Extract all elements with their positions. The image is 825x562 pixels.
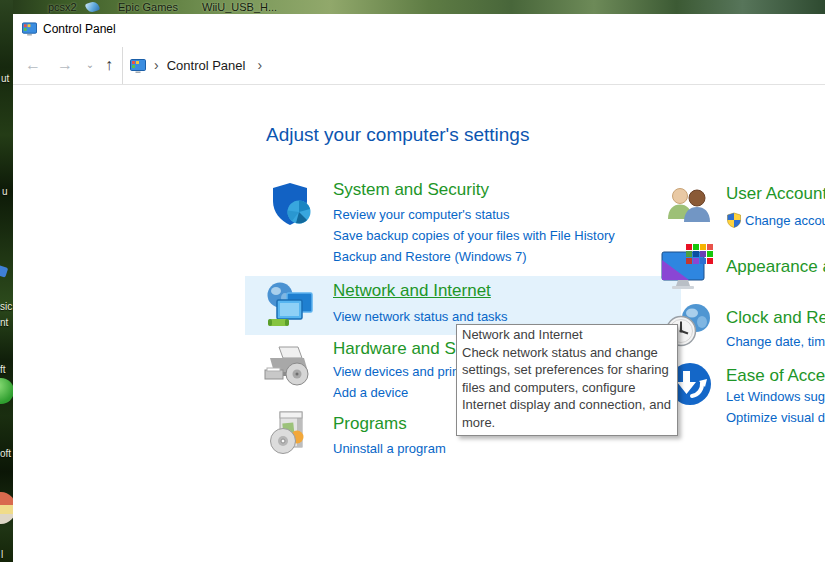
desktop-text-fragment: u [2, 186, 8, 197]
user-accounts-icon[interactable] [664, 183, 716, 233]
tooltip-title: Network and Internet [462, 327, 583, 342]
desktop-icon-fragment [0, 378, 13, 404]
printer-icon[interactable] [262, 345, 314, 393]
security-shield-icon[interactable] [266, 180, 314, 228]
category-system-and-security[interactable]: System and Security [333, 180, 489, 200]
control-panel-window: Control Panel ← → ⌄ ↑ › Control Panel › … [13, 14, 825, 562]
desktop-wallpaper-top-strip: ll~ pcsx2 Epic Games WiiU_USB_H... [0, 0, 825, 14]
uac-shield-icon [726, 212, 742, 228]
desktop-icon-label-epic-games[interactable]: Epic Games [118, 1, 178, 13]
link-add-a-device[interactable]: Add a device [333, 385, 408, 400]
network-and-internet-tooltip: Network and Internet Check network statu… [456, 324, 678, 436]
display-personalization-icon[interactable] [661, 244, 719, 298]
link-file-history-backup[interactable]: Save backup copies of your files with Fi… [333, 228, 615, 243]
desktop-icon-label-pcsx2[interactable]: pcsx2 [48, 1, 77, 13]
link-let-windows-suggest[interactable]: Let Windows suggest settings [726, 389, 825, 404]
desktop-wallpaper-left-strip: ut u sic nt ft oft l [0, 0, 13, 562]
link-view-network-status[interactable]: View network status and tasks [333, 309, 508, 324]
network-globe-monitors-icon[interactable] [265, 281, 315, 329]
desktop-text-fragment: nt [0, 317, 8, 328]
category-clock-and-region[interactable]: Clock and Region [726, 308, 825, 328]
desktop-icon-fragment [0, 492, 13, 524]
category-network-and-internet[interactable]: Network and Internet [333, 281, 491, 301]
desktop-text-fragment: l [1, 549, 3, 560]
desktop-text-fragment: ut [1, 73, 9, 84]
category-ease-of-access[interactable]: Ease of Access [726, 366, 825, 386]
desktop-text-fragment: oft [0, 448, 11, 459]
desktop-feather-icon [85, 0, 100, 14]
program-box-disc-icon[interactable] [266, 409, 314, 459]
link-optimize-visual-display[interactable]: Optimize visual display [726, 410, 825, 425]
link-uninstall-a-program[interactable]: Uninstall a program [333, 441, 446, 456]
desktop-text-fragment: ft [0, 364, 6, 375]
link-change-account-type[interactable]: Change account type [745, 213, 825, 228]
link-change-account-type-row[interactable]: Change account type [726, 212, 825, 228]
desktop-text-fragment: sic [0, 301, 12, 312]
link-review-computer-status[interactable]: Review your computer's status [333, 207, 510, 222]
category-appearance-and-personalization[interactable]: Appearance and Personalization [726, 257, 825, 277]
link-backup-and-restore[interactable]: Backup and Restore (Windows 7) [333, 249, 527, 264]
category-programs[interactable]: Programs [333, 414, 407, 434]
page-title: Adjust your computer's settings [266, 124, 529, 146]
category-user-accounts[interactable]: User Accounts [726, 184, 825, 204]
desktop-icon-fragment [0, 264, 8, 277]
link-change-date-time[interactable]: Change date, time, or number formats [726, 334, 825, 349]
tooltip-body: Check network status and change settings… [462, 344, 672, 432]
desktop-icon-label-wiiu-usb[interactable]: WiiU_USB_H... [202, 1, 277, 13]
control-panel-home: Adjust your computer's settings System a… [13, 14, 825, 562]
